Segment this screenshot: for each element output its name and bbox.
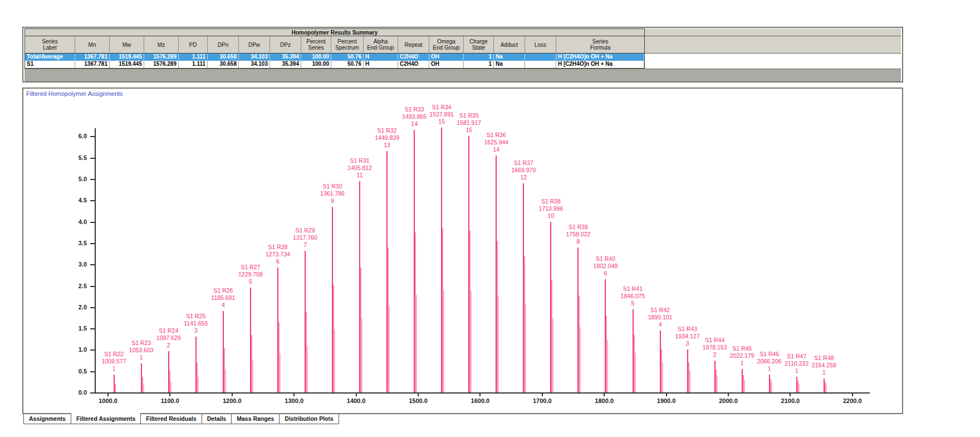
x-tick-2000.0 [728,392,729,396]
peak-label-line: 9 [315,197,350,205]
peak-s1-r26-isotope2 [225,369,226,392]
tab-filtered-assignments[interactable]: Filtered Assignments [71,414,141,424]
peak-s1-r48-isotope2 [826,385,827,392]
peak-label-line: S1 R41 [615,285,651,293]
peak-label-line: S1 R34 [424,104,459,111]
column-header-series-label: Series Label [25,36,75,53]
y-tick-label-6.0: 6.0 [62,133,87,139]
peak-label-s1-r42: S1 R421890.1014 [643,307,678,328]
y-tick-label-1.0: 1.0 [62,346,87,353]
x-tick-1300.0 [293,392,295,396]
peak-label-line: S1 R36 [478,132,514,139]
y-tick-label-1.5: 1.5 [62,325,87,332]
column-header-mw: Mw [110,36,144,53]
peak-s1-r46-isotope2 [771,382,772,392]
y-tick-2.5 [90,286,95,287]
peak-label-line: 1713.996 [533,205,569,212]
column-header-alpha-end-group: Alpha End Group [364,36,398,53]
peak-s1-r27-isotope2 [252,361,253,392]
table-row-s1[interactable]: S11367.7811519.4451576.2891.11130.65834.… [25,61,644,68]
x-tick-label-2100.0: 2100.0 [772,397,808,404]
peak-label-line: 1185.681 [205,294,241,302]
x-tick-label-1700.0: 1700.0 [525,397,560,404]
peak-label-line: 1229.708 [233,271,268,278]
table-row-total-average[interactable]: Total/Average1367.7811519.4451576.2891.1… [25,54,644,61]
peak-label-line: 12 [506,174,541,181]
peak-label-s1-r32: S1 R321449.83913 [369,127,405,149]
x-tick-2100.0 [790,392,791,396]
cell-percent-series: 100.00 [301,61,331,68]
column-header-mn: Mn [75,36,110,53]
cell-mn: 1367.781 [75,54,110,61]
summary-panel-filler [24,69,901,81]
column-header-dpw: DPw [239,36,270,53]
peak-label-line: S1 R32 [369,127,405,134]
x-tick-1600.0 [479,392,481,396]
bottom-tab-bar: AssignmentsFiltered AssignmentsFiltered … [23,414,339,424]
peak-s1-r34-isotope2 [443,290,444,392]
column-header-series-formula: Series Formula [556,36,644,53]
peak-label-line: 1 [124,354,159,361]
y-tick-3.0 [90,264,95,265]
peak-label-s1-r37: S1 R371669.97012 [506,159,541,181]
x-tick-label-1600.0: 1600.0 [462,397,498,404]
x-tick-1000.0 [107,392,109,396]
tab-distribution-plots[interactable]: Distribution Plots [279,414,339,424]
y-tick-4.0 [90,222,95,223]
cell-mz: 1576.289 [144,54,179,61]
y-tick-label-3.5: 3.5 [62,240,87,246]
peak-label-line: 5 [233,278,268,285]
peak-label-line: S1 R38 [533,198,569,205]
peak-label-line: 2154.258 [806,362,842,369]
cell-percent-spectrum: 50.76 [331,61,364,68]
peak-label-s1-r29: S1 R291317.7607 [287,227,323,249]
cell-percent-series: 100.00 [301,54,331,61]
y-tick-label-0.0: 0.0 [62,389,87,396]
peak-s1-r36-isotope2 [498,295,499,392]
x-tick-label-1500.0: 1500.0 [400,397,436,404]
cell-percent-spectrum: 50.76 [331,54,364,61]
column-header-loss: Loss [525,36,556,53]
peak-label-line: S1 R40 [587,255,623,263]
y-tick-label-4.5: 4.5 [62,197,87,203]
results-summary-panel: Homopolymer Results Summary Series Label… [22,27,903,82]
peak-label-s1-r30: S1 R301361.7869 [315,183,350,205]
tab-mass-ranges[interactable]: Mass Ranges [231,414,280,424]
column-header-repeat: Repeat [398,36,429,53]
cell-mn: 1367.781 [75,61,110,68]
peak-s1-r39-isotope2 [580,327,581,392]
cell-series-formula: H [C2H4O]n OH + Na [556,61,644,68]
x-tick-1200.0 [232,392,233,396]
peak-label-s1-r41: S1 R411846.0755 [615,285,651,307]
cell-alpha-end-group: H [364,61,398,68]
y-tick-label-4.0: 4.0 [62,219,87,225]
peak-label-line: 1758.022 [560,231,596,238]
peak-label-line: 6 [260,258,296,265]
y-tick-3.5 [90,243,95,244]
column-header-dpn: DPn [208,36,239,53]
column-header-dpz: DPz [270,36,301,53]
peak-label-line: 1846.075 [615,293,651,300]
peak-s1-r44-isotope2 [717,376,718,392]
peak-label-s1-r48: S1 R482154.2581 [806,355,842,376]
peak-label-line: 4 [205,302,241,309]
extension-line-2 [645,53,901,54]
cell-mw: 1519.445 [110,61,144,68]
peak-label-s1-r26: S1 R261185.6814 [205,287,241,309]
tab-filtered-residuals[interactable]: Filtered Residuals [140,414,202,424]
y-tick-1.5 [90,328,95,329]
y-tick-label-2.0: 2.0 [62,304,87,310]
tab-details[interactable]: Details [202,414,232,424]
tab-assignments[interactable]: Assignments [23,414,71,424]
y-tick-5.0 [90,179,95,180]
column-header-percent-series: Percent Series [301,36,331,53]
y-tick-label-3.0: 3.0 [62,261,87,268]
peak-label-line: 1581.917 [451,119,487,127]
peak-label-s1-r38: S1 R381713.99610 [533,198,569,220]
cell-dpn: 30.658 [208,61,239,68]
column-header-charge-state: Charge State [464,36,494,53]
column-header-mz: Mz [144,36,179,53]
cell-repeat: C2H4O [398,61,429,68]
x-tick-label-1100.0: 1100.0 [152,397,188,404]
cell-pd: 1.111 [179,61,208,68]
